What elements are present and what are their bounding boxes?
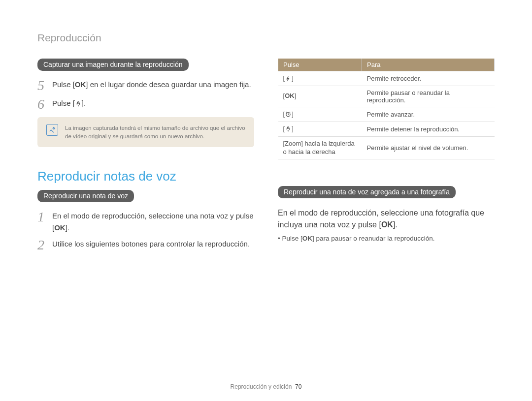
- step-number: 5: [37, 79, 47, 93]
- note-box: La imagen capturada tendrá el mismo tama…: [37, 117, 254, 147]
- step-1: 1 En el modo de reproducción, seleccione…: [37, 210, 254, 233]
- cell-val: Permite pausar o reanudar la reproducció…: [362, 86, 495, 107]
- two-column-layout: Capturar una imagen durante la reproducc…: [37, 59, 495, 258]
- ok-label: OK: [381, 220, 393, 229]
- table-header-row: Pulse Para: [278, 59, 495, 71]
- cell-val: Permite detener la reproducción.: [362, 122, 495, 136]
- table-row: [] Permite detener la reproducción.: [278, 122, 495, 136]
- macro-icon: [285, 125, 292, 132]
- table-row: [] Permite avanzar.: [278, 107, 495, 122]
- step-2: 2 Utilice los siguientes botones para co…: [37, 238, 254, 252]
- left-column: Capturar una imagen durante la reproducc…: [37, 59, 254, 258]
- ok-label: OK: [302, 235, 312, 242]
- step-text: Pulse [: [52, 80, 75, 89]
- table-header-pulse: Pulse: [278, 59, 362, 71]
- step-body: Utilice los siguientes botones para cont…: [52, 238, 254, 252]
- page-number: 70: [295, 383, 301, 390]
- cell-key: [OK]: [278, 86, 362, 107]
- steps-capture: 5 Pulse [OK] en el lugar donde desea gua…: [37, 79, 254, 111]
- right-column: Pulse Para [] Permite retroceder. [OK] P…: [278, 59, 495, 258]
- footer-section: Reproducción y edición: [231, 383, 292, 390]
- pill-voice-note-photo: Reproducir una nota de voz agregada a un…: [278, 186, 456, 198]
- table-row: [Zoom] hacia la izquierda o hacia la der…: [278, 136, 495, 159]
- bullet-text: Pulse [: [282, 235, 302, 242]
- section-title-voice-notes: Reproducir notas de voz: [37, 169, 254, 184]
- para-text: ].: [393, 220, 398, 229]
- timer-icon: [285, 111, 292, 118]
- step-number: 6: [37, 97, 47, 111]
- step-5: 5 Pulse [OK] en el lugar donde desea gua…: [37, 79, 254, 93]
- step-text: ].: [82, 99, 86, 107]
- note-text: La imagen capturada tendrá el mismo tama…: [65, 124, 245, 140]
- cell-val: Permite retroceder.: [362, 71, 495, 86]
- step-body: En el modo de reproducción, seleccione u…: [52, 210, 254, 233]
- step-text: ].: [66, 223, 69, 232]
- cell-key: [Zoom] hacia la izquierda o hacia la der…: [278, 136, 362, 159]
- step-text: En el modo de reproducción, seleccione u…: [52, 212, 254, 231]
- step-body: Pulse [OK] en el lugar donde desea guard…: [52, 79, 254, 93]
- ok-label: OK: [54, 223, 66, 232]
- cell-val: Permite avanzar.: [362, 107, 495, 122]
- breadcrumb: Reproducción: [37, 32, 495, 44]
- table-header-para: Para: [362, 59, 495, 71]
- flash-icon: [285, 75, 292, 82]
- macro-icon: [75, 100, 82, 107]
- ok-label: OK: [75, 80, 86, 89]
- cell-val: Permite ajustar el nivel de volumen.: [362, 136, 495, 159]
- paragraph-voice-photo: En el modo de reproducción, seleccione u…: [278, 207, 495, 231]
- step-text: ] en el lugar donde desea guardar una im…: [86, 80, 251, 89]
- step-number: 2: [37, 238, 47, 252]
- cell-key: []: [278, 107, 362, 122]
- step-number: 1: [37, 210, 47, 233]
- step-body: Pulse [].: [52, 97, 254, 111]
- note-icon: [46, 124, 58, 136]
- table-row: [] Permite retroceder.: [278, 71, 495, 86]
- table-row: [OK] Permite pausar o reanudar la reprod…: [278, 86, 495, 107]
- cell-key: []: [278, 71, 362, 86]
- cell-key: []: [278, 122, 362, 136]
- page-footer: Reproducción y edición 70: [0, 383, 532, 390]
- controls-table: Pulse Para [] Permite retroceder. [OK] P…: [278, 59, 495, 159]
- bullet-text: ] para pausar o reanudar la reproducción…: [312, 235, 434, 242]
- pill-capture-image: Capturar una imagen durante la reproducc…: [37, 59, 189, 71]
- step-text: Pulse [: [52, 99, 75, 107]
- manual-page: Reproducción Capturar una imagen durante…: [0, 0, 532, 401]
- step-6: 6 Pulse [].: [37, 97, 254, 111]
- steps-playback: 1 En el modo de reproducción, seleccione…: [37, 210, 254, 252]
- bullet-pause-resume: Pulse [OK] para pausar o reanudar la rep…: [278, 235, 495, 242]
- pill-play-voice-note: Reproducir una nota de voz: [37, 190, 134, 202]
- ok-label: OK: [285, 92, 295, 99]
